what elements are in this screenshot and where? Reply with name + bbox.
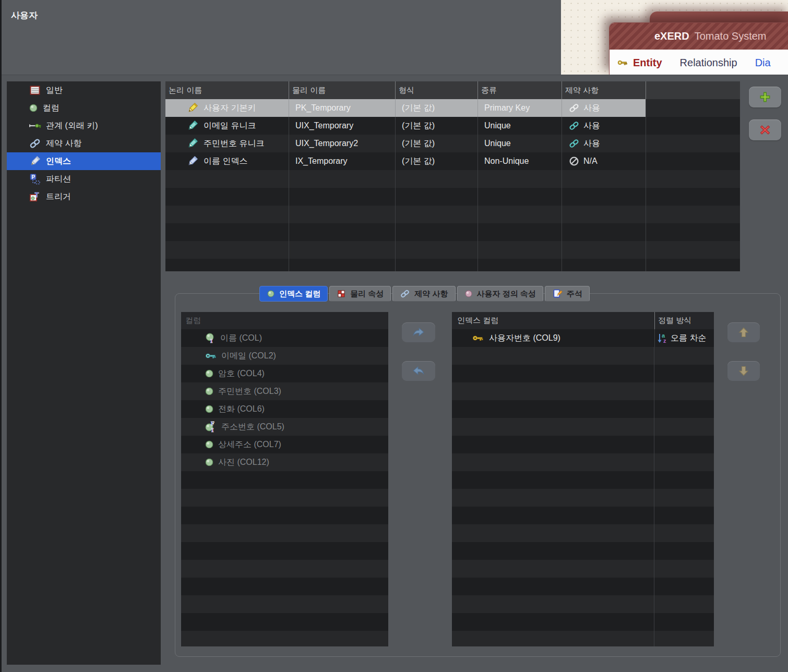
sort-ascending-icon: az xyxy=(656,332,669,344)
detail-tabbar: 인덱스 컬럼 물리 속성 제약 사항 사용자 정의 속성 주석 xyxy=(259,286,590,302)
index-column-label: 사용자번호 (COL9) xyxy=(489,333,560,344)
column-item-label: 이름 (COL) xyxy=(220,333,262,344)
partition-icon: P xyxy=(29,173,41,185)
column-item-phone[interactable]: 전화 (COL6) xyxy=(181,400,388,418)
empty-row xyxy=(165,170,740,188)
menu-entity[interactable]: Entity xyxy=(617,57,662,69)
column-sphere-icon xyxy=(205,458,214,467)
column-sphere-indexed-icon: I xyxy=(205,332,216,344)
column-item-label: 주민번호 (COL3) xyxy=(218,386,281,397)
empty-row xyxy=(165,223,740,241)
index-physical-name: UIX_Temporary2 xyxy=(289,135,395,152)
column-item-label: 주소번호 (COL5) xyxy=(221,422,284,433)
chain-icon xyxy=(568,102,580,114)
menu-entity-label: Entity xyxy=(633,57,662,69)
column-item-name[interactable]: I 이름 (COL) xyxy=(181,329,388,347)
sidebar-item-columns[interactable]: 컬럼 xyxy=(7,99,161,117)
move-up-button[interactable] xyxy=(727,322,760,342)
index-column-row-user-no[interactable]: 사용자번호 (COL9) az 오름 차순 xyxy=(452,329,714,347)
empty-row xyxy=(165,241,740,259)
delete-x-icon xyxy=(759,124,771,136)
menu-diagram[interactable]: Dia xyxy=(755,57,771,69)
app-brand: eXERD xyxy=(654,30,689,42)
chain-teal-icon xyxy=(568,138,580,149)
index-row-name-index[interactable]: 이름 인덱스 IX_Temporary (기본 값) Non-Unique N/… xyxy=(165,152,740,170)
empty-rows xyxy=(452,347,714,646)
columns-list-header: 컬럼 xyxy=(181,312,388,329)
index-constraint: N/A xyxy=(583,157,598,166)
not-applicable-icon xyxy=(568,155,580,167)
sidebar-item-triggers[interactable]: T 트리거 xyxy=(7,188,161,206)
move-to-index-button[interactable] xyxy=(402,322,435,342)
empty-row xyxy=(165,206,740,223)
screen-left-edge xyxy=(0,0,2,672)
column-item-ssn[interactable]: 주민번호 (COL3) xyxy=(181,382,388,400)
index-logical-name: 사용자 기본키 xyxy=(204,103,256,114)
index-row-primary-key[interactable]: 사용자 기본키 PK_Temporary (기본 값) Primary Key … xyxy=(165,99,740,117)
column-item-photo[interactable]: 사진 (COL12) xyxy=(181,453,388,471)
column-item-label: 이메일 (COL2) xyxy=(221,351,276,362)
sidebar-item-partitions[interactable]: P 파티션 xyxy=(7,170,161,188)
dialog-body: 일반 컬럼 관계 (외래 키) 제약 사항 인덱스 P 파티션 T 트리거 xyxy=(0,75,788,672)
index-constraint: 사용 xyxy=(583,138,600,149)
sidebar-item-label: 일반 xyxy=(46,85,63,96)
index-table-header: 논리 이름 물리 이름 형식 종류 제약 사항 xyxy=(165,81,740,99)
menu-relationship[interactable]: Relationship xyxy=(680,57,737,69)
sidebar-item-label: 파티션 xyxy=(46,174,71,185)
column-item-address-detail[interactable]: 상세주소 (COL7) xyxy=(181,436,388,453)
index-row-ssn-unique[interactable]: 주민번호 유니크 UIX_Temporary2 (기본 값) Unique 사용 xyxy=(165,135,740,152)
tab-comments[interactable]: 주석 xyxy=(545,286,590,302)
index-format: (기본 값) xyxy=(395,135,477,152)
background-app-toolbar: Entity Relationship Dia xyxy=(610,50,788,75)
column-item-label: 암호 (COL4) xyxy=(218,368,265,379)
header-format: 형식 xyxy=(395,81,477,99)
index-columns-list: 인덱스 컬럼 정렬 방식 사용자번호 (COL9) az 오름 차순 xyxy=(452,312,714,646)
column-item-label: 전화 (COL6) xyxy=(218,404,265,415)
remove-from-index-button[interactable] xyxy=(402,361,435,381)
svg-text:F: F xyxy=(211,421,214,426)
background-app-titlebar: eXERD Tomato System xyxy=(610,23,788,50)
header-constraint: 제약 사항 xyxy=(562,81,646,99)
tab-physical-properties[interactable]: 물리 속성 xyxy=(329,286,391,302)
header-empty xyxy=(646,81,740,99)
header-kind: 종류 xyxy=(477,81,562,99)
index-kind: Non-Unique xyxy=(477,152,562,170)
header-logical-name: 논리 이름 xyxy=(165,81,289,99)
tab-label: 물리 속성 xyxy=(350,289,384,299)
column-sphere-icon xyxy=(29,103,38,113)
sidebar-item-constraints[interactable]: 제약 사항 xyxy=(7,135,161,152)
column-item-label: 상세주소 (COL7) xyxy=(218,439,281,450)
delete-index-button[interactable] xyxy=(749,119,781,140)
chain-teal-icon xyxy=(568,120,580,131)
column-sphere-icon xyxy=(205,387,214,396)
add-index-button[interactable] xyxy=(749,87,781,107)
sidebar-item-label: 인덱스 xyxy=(46,156,71,167)
index-physical-name: PK_Temporary xyxy=(289,99,395,117)
move-right-icon xyxy=(412,326,425,339)
column-item-password[interactable]: 암호 (COL4) xyxy=(181,365,388,382)
sidebar-item-relationships[interactable]: 관계 (외래 키) xyxy=(7,117,161,135)
dialog-titlebar: 사용자 xyxy=(2,0,561,75)
column-sphere-icon xyxy=(267,290,275,298)
primary-key-icon xyxy=(472,332,484,344)
foreign-key-icon xyxy=(29,119,41,132)
tab-label: 사용자 정의 속성 xyxy=(477,289,536,299)
constraint-chain-icon xyxy=(29,137,41,150)
sidebar-item-general[interactable]: 일반 xyxy=(7,81,161,99)
sidebar-item-indexes[interactable]: 인덱스 xyxy=(7,152,161,170)
tab-label: 제약 사항 xyxy=(414,289,448,299)
user-defined-sphere-icon xyxy=(464,290,473,298)
index-table: 논리 이름 물리 이름 형식 종류 제약 사항 사용자 기본키 PK_Tempo… xyxy=(165,81,740,271)
index-pencil-icon xyxy=(29,155,41,167)
tab-user-defined-properties[interactable]: 사용자 정의 속성 xyxy=(457,286,543,302)
column-item-address-no[interactable]: FI 주소번호 (COL5) xyxy=(181,418,388,436)
move-left-icon xyxy=(412,364,425,378)
move-down-button[interactable] xyxy=(727,361,760,381)
sidebar-item-label: 제약 사항 xyxy=(46,138,81,149)
tab-constraints[interactable]: 제약 사항 xyxy=(392,286,455,302)
index-row-email-unique[interactable]: 이메일 유니크 UIX_Temporary (기본 값) Unique 사용 xyxy=(165,117,740,135)
tab-index-columns[interactable]: 인덱스 컬럼 xyxy=(259,286,328,302)
index-format: (기본 값) xyxy=(395,152,477,170)
column-item-email[interactable]: 이메일 (COL2) xyxy=(181,347,388,365)
index-pencil-blue-icon xyxy=(186,155,199,167)
